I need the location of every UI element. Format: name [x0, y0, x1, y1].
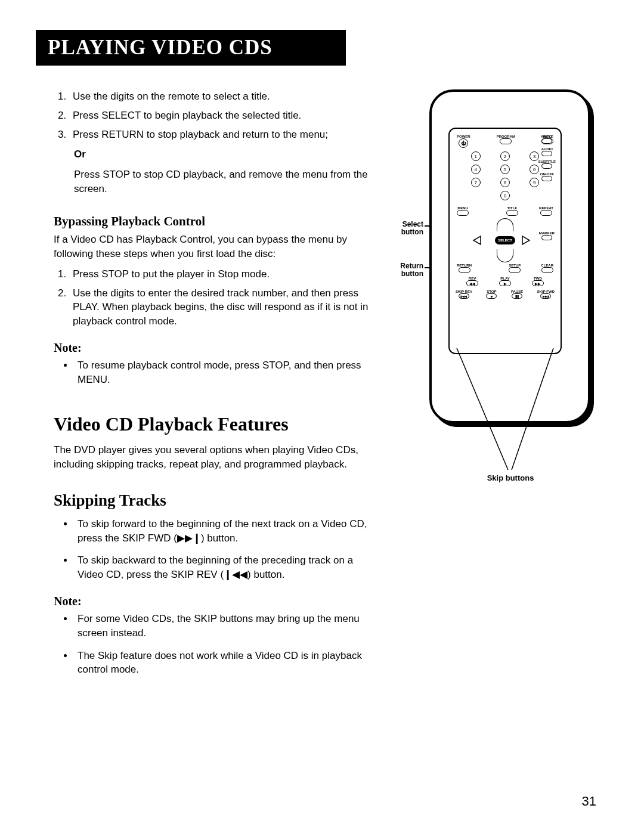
features-intro: The DVD player gives you several options…	[54, 443, 370, 472]
remote-diagram: Select button Return button POWER ⏻	[394, 89, 596, 507]
svg-marker-0	[473, 236, 481, 244]
angle-button: ANGLE	[541, 135, 553, 144]
play-button: PLAY▶	[499, 277, 511, 286]
manual-page: PLAYING VIDEO CDS Use the digits on the …	[0, 0, 644, 833]
clear-button: CLEAR	[541, 264, 553, 273]
step-item: Use the digits to enter the desired trac…	[69, 286, 370, 329]
nav-pad: SELECT MARKER	[454, 219, 556, 261]
side-buttons: ANGLE AUDIO SUBTITLE ON•OFF	[538, 135, 556, 181]
skip-fwd-button: SKIP FWD▶▶▮	[537, 290, 555, 299]
digit-button: 5	[500, 165, 510, 174]
onoff-button: ON•OFF	[540, 172, 554, 181]
svg-marker-1	[522, 236, 530, 244]
bypass-intro: If a Video CD has Playback Control, you …	[54, 233, 370, 261]
stop-button: STOP■	[486, 290, 497, 299]
setup-button: SETUP	[509, 264, 521, 273]
remote-panel: POWER ⏻ PROGRAM INFO	[448, 128, 562, 354]
skipping-item: To skip backward to the beginning of the…	[74, 553, 370, 582]
skip-callout-lines	[429, 340, 590, 477]
bypass-heading: Bypassing Playback Control	[54, 213, 370, 230]
skip-rev-button: SKIP REV▮◀◀	[456, 290, 472, 299]
two-column-layout: Use the digits on the remote to select a…	[36, 89, 596, 685]
subtitle-button: SUBTITLE	[538, 160, 556, 169]
step-item: Use the digits on the remote to select a…	[69, 89, 370, 104]
note-heading: Note:	[54, 339, 370, 356]
power-button: POWER ⏻	[457, 135, 470, 148]
nav-right-icon	[520, 235, 531, 246]
nav-left-icon	[472, 235, 483, 246]
nav-arc-up	[497, 218, 513, 231]
note-list: To resume playback control mode, press S…	[62, 358, 370, 387]
skipping-item: To skip forward to the beginning of the …	[74, 517, 370, 546]
marker-button: MARKER	[539, 231, 555, 240]
fwd-button: FWD▶▶	[532, 277, 544, 286]
bypass-steps: Press STOP to put the player in Stop mod…	[54, 267, 370, 329]
note-item: The Skip feature does not work while a V…	[74, 649, 370, 677]
initial-steps: Use the digits on the remote to select a…	[54, 89, 370, 141]
program-button: PROGRAM	[497, 135, 515, 148]
digit-button: 7	[471, 178, 481, 187]
text-column: Use the digits on the remote to select a…	[36, 89, 388, 685]
note-heading: Note:	[54, 593, 370, 609]
svg-line-2	[457, 348, 508, 470]
number-pad: 1 2 3 4 5 6 7 8 9	[465, 151, 545, 187]
power-icon: ⏻	[459, 138, 468, 148]
skipping-list: To skip forward to the beginning of the …	[62, 517, 370, 582]
menu-button: MENU	[457, 206, 469, 216]
page-number: 31	[582, 794, 596, 809]
digit-button: 8	[500, 178, 510, 187]
rev-button: REV◀◀	[466, 277, 478, 286]
digit-button: 4	[471, 165, 481, 174]
diagram-column: Select button Return button POWER ⏻	[388, 89, 596, 507]
note-item: For some Video CDs, the SKIP buttons may…	[74, 612, 370, 640]
page-title: PLAYING VIDEO CDS	[36, 30, 346, 66]
callout-select: Select button	[390, 221, 423, 236]
note-item: To resume playback control mode, press S…	[74, 358, 370, 387]
nav-arc-down	[497, 249, 513, 262]
features-heading: Video CD Playback Features	[54, 411, 370, 438]
digit-button: 2	[500, 151, 510, 161]
step-item: Press RETURN to stop playback and return…	[69, 128, 370, 142]
callout-skip: Skip buttons	[487, 473, 534, 482]
or-label: Or	[74, 147, 370, 162]
pause-button: PAUSE▮▮	[511, 290, 523, 299]
skipping-heading: Skipping Tracks	[54, 490, 370, 512]
or-text: Press STOP to stop CD playback, and remo…	[74, 168, 370, 196]
title-button: TITLE	[506, 206, 518, 216]
note-list: For some Video CDs, the SKIP buttons may…	[62, 612, 370, 677]
svg-line-3	[512, 348, 553, 470]
return-button: RETURN	[457, 264, 472, 273]
callout-return: Return button	[390, 262, 423, 278]
select-button: SELECT	[495, 236, 515, 244]
repeat-button: REPEAT	[539, 206, 553, 216]
step-item: Press SELECT to begin playback the selec…	[69, 109, 370, 123]
digit-button: 0	[500, 191, 510, 200]
digit-button: 1	[471, 151, 481, 161]
step-item: Press STOP to put the player in Stop mod…	[69, 267, 370, 281]
audio-button: AUDIO	[541, 147, 553, 156]
